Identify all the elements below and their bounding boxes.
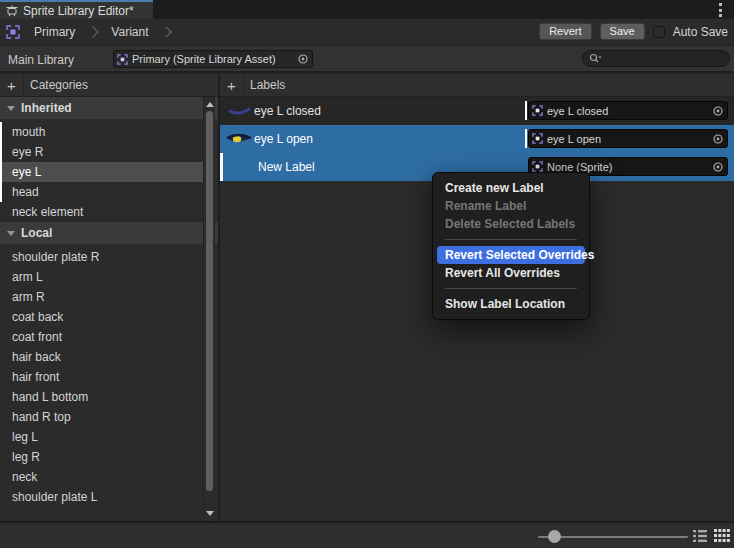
label-row-eye-l-open[interactable]: eye L open eye L open — [220, 125, 734, 153]
tab-sprite-library-editor[interactable]: Sprite Library Editor* — [0, 0, 153, 19]
category-item-leg-r[interactable]: leg R — [0, 447, 203, 467]
object-picker-icon[interactable] — [712, 133, 724, 145]
category-item-hair-back[interactable]: hair back — [0, 347, 203, 367]
scroll-down-arrow-icon[interactable] — [206, 511, 214, 516]
sprite-field-value: None (Sprite) — [547, 161, 708, 173]
categories-list: Inherited mouth eye R eye L head neck el… — [0, 97, 218, 507]
foldout-arrow-icon — [7, 106, 15, 111]
categories-panel: + Categories Inherited mouth eye R eye L… — [0, 74, 218, 521]
sprite-icon — [532, 161, 543, 172]
category-item-arm-r[interactable]: arm R — [0, 287, 203, 307]
search-field[interactable] — [582, 50, 730, 67]
category-item-hand-r-top[interactable]: hand R top — [0, 407, 203, 427]
add-label-button[interactable]: + — [220, 74, 244, 96]
category-item-mouth[interactable]: mouth — [0, 122, 203, 142]
sprite-object-field[interactable]: eye L open — [525, 129, 728, 148]
sprite-field-value: eye L open — [547, 133, 708, 145]
sprite-thumbnail-eye-open — [224, 131, 254, 147]
label-name: eye L open — [254, 132, 313, 146]
sprite-icon — [532, 133, 543, 144]
thumbnail-size-slider[interactable] — [538, 536, 688, 538]
save-button[interactable]: Save — [600, 23, 645, 40]
window-menu-kebab-icon[interactable] — [716, 3, 724, 17]
slider-knob[interactable] — [548, 530, 561, 543]
main-library-object-field[interactable]: Primary (Sprite Library Asset) — [113, 50, 313, 68]
section-local[interactable]: Local — [0, 222, 218, 244]
sprite-thumbnail-eye-closed — [224, 103, 254, 119]
toolbar: Primary Variant Revert Save Auto Save — [0, 19, 734, 45]
tab-strip: Sprite Library Editor* — [0, 0, 734, 19]
category-item-shoulder-plate-l[interactable]: shoulder plate L — [0, 487, 203, 507]
category-item-leg-l[interactable]: leg L — [0, 427, 203, 447]
category-item-eye-r[interactable]: eye R — [0, 142, 203, 162]
breadcrumb-chevron-icon — [88, 26, 99, 37]
scroll-up-arrow-icon[interactable] — [206, 102, 214, 107]
menu-separator — [445, 288, 577, 289]
menu-item-create-new-label[interactable]: Create new Label — [437, 179, 585, 197]
section-inherited-label: Inherited — [21, 101, 72, 115]
labels-header: + Labels — [220, 74, 734, 97]
revert-button[interactable]: Revert — [539, 23, 591, 40]
sprite-icon — [532, 105, 543, 116]
list-view-icon[interactable] — [692, 529, 708, 544]
categories-scrollbar[interactable] — [203, 97, 215, 521]
category-item-eye-l[interactable]: eye L — [0, 162, 203, 182]
sprite-library-variant-icon — [6, 25, 20, 39]
menu-separator — [445, 239, 577, 240]
label-name: New Label — [258, 160, 315, 174]
menu-item-rename-label: Rename Label — [437, 197, 585, 215]
sprite-field-value: eye L closed — [547, 105, 708, 117]
menu-item-show-label-location[interactable]: Show Label Location — [437, 295, 585, 313]
breadcrumb-chevron-icon — [161, 26, 172, 37]
grid-view-icon[interactable] — [714, 529, 730, 544]
category-item-coat-front[interactable]: coat front — [0, 327, 203, 347]
main-library-label: Main Library — [8, 53, 74, 67]
object-picker-icon[interactable] — [712, 161, 724, 173]
add-category-button[interactable]: + — [0, 74, 24, 96]
category-item-neck[interactable]: neck — [0, 467, 203, 487]
main-library-row: Main Library Primary (Sprite Library Ass… — [0, 46, 734, 73]
category-item-shoulder-plate-r[interactable]: shoulder plate R — [0, 247, 203, 267]
main-library-object-value: Primary (Sprite Library Asset) — [132, 53, 293, 65]
library-cabinet-icon — [6, 5, 18, 17]
sprite-library-editor-window: Sprite Library Editor* Primary Variant R… — [0, 0, 734, 548]
foldout-arrow-icon — [7, 231, 15, 236]
search-input[interactable] — [602, 53, 712, 65]
field-override-marker — [525, 101, 527, 120]
auto-save-checkbox[interactable] — [653, 26, 665, 38]
categories-header: + Categories — [0, 74, 218, 97]
category-item-coat-back[interactable]: coat back — [0, 307, 203, 327]
label-name: eye L closed — [254, 104, 321, 118]
object-picker-icon[interactable] — [712, 105, 724, 117]
label-row-eye-l-closed[interactable]: eye L closed eye L closed — [220, 97, 734, 125]
breadcrumb-variant[interactable]: Variant — [111, 25, 148, 39]
category-item-arm-l[interactable]: arm L — [0, 267, 203, 287]
section-inherited[interactable]: Inherited — [0, 97, 218, 119]
section-local-label: Local — [21, 226, 52, 240]
category-override-marker — [0, 122, 2, 202]
field-override-marker — [525, 129, 527, 148]
menu-item-delete-selected-labels: Delete Selected Labels — [437, 215, 585, 233]
search-icon — [589, 53, 602, 64]
category-item-hair-front[interactable]: hair front — [0, 367, 203, 387]
breadcrumb-primary[interactable]: Primary — [34, 25, 75, 39]
menu-item-revert-selected-overrides[interactable]: Revert Selected Overrides — [437, 246, 585, 264]
labels-title: Labels — [250, 78, 285, 92]
category-item-head[interactable]: head — [0, 182, 203, 202]
auto-save-label: Auto Save — [673, 25, 728, 39]
context-menu: Create new Label Rename Label Delete Sel… — [432, 172, 590, 320]
scrollbar-thumb[interactable] — [206, 111, 213, 491]
bottom-bar — [0, 521, 734, 548]
tab-title: Sprite Library Editor* — [23, 4, 134, 18]
object-picker-icon[interactable] — [297, 53, 309, 65]
category-item-neck-element[interactable]: neck element — [0, 202, 203, 222]
sprite-library-asset-icon — [117, 54, 128, 65]
row-override-marker — [220, 153, 223, 181]
category-item-hand-l-bottom[interactable]: hand L bottom — [0, 387, 203, 407]
sprite-object-field[interactable]: eye L closed — [525, 101, 728, 120]
menu-item-revert-all-overrides[interactable]: Revert All Overrides — [437, 264, 585, 282]
categories-title: Categories — [30, 78, 88, 92]
